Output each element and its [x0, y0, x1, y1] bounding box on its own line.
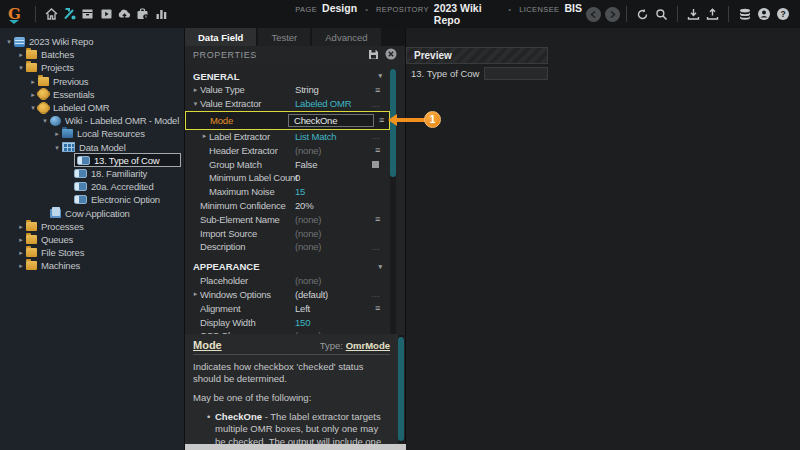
tab-advanced[interactable]: Advanced	[312, 28, 380, 46]
tree-item-content-model[interactable]: ▾Wiki - Labeled OMR - Model	[0, 114, 184, 127]
tree-item-familiarity[interactable]: 18. Familiarity	[0, 167, 184, 180]
tab-tester[interactable]: Tester	[258, 28, 310, 46]
menu-icon[interactable]: ≡	[375, 145, 380, 155]
ellipsis-icon[interactable]: …	[371, 99, 380, 109]
expander-open-icon[interactable]: ▾	[28, 101, 38, 114]
property-row-placeholder[interactable]: Placeholder(none)	[185, 274, 390, 288]
tree-item-labeled-omr[interactable]: ▾Labeled OMR	[0, 101, 184, 114]
section-appearance[interactable]: APPEARANCE ▾	[185, 260, 390, 274]
menu-icon[interactable]: ≡	[379, 115, 384, 125]
checkbox-icon[interactable]	[372, 161, 379, 168]
property-row-windows-options[interactable]: ▸Windows Options(default)…	[185, 288, 390, 302]
expander-closed-icon[interactable]: ▸	[28, 88, 38, 101]
stats-icon[interactable]	[152, 5, 170, 23]
grooper-logo[interactable]: G	[0, 5, 29, 24]
property-row-value-type[interactable]: ▸Value TypeString≡	[185, 83, 390, 97]
tree-item-local-resources[interactable]: ▸Local Resources	[0, 127, 184, 140]
property-row-alignment[interactable]: AlignmentLeft≡	[185, 301, 390, 315]
tree-item-previous[interactable]: ▸Previous	[0, 75, 184, 88]
preview-field-input[interactable]	[484, 67, 548, 80]
property-row-mode[interactable]: ModeCheckOne≡	[185, 111, 390, 130]
upload-icon[interactable]	[703, 5, 722, 23]
divider	[728, 6, 729, 22]
tree-item-queues[interactable]: ▸Queues	[0, 233, 184, 246]
expander-open-icon[interactable]: ▾	[4, 35, 14, 48]
property-row-maximum-noise[interactable]: Maximum Noise15	[185, 185, 390, 199]
forward-icon[interactable]	[605, 7, 620, 22]
tree-item-electronic-option[interactable]: Electronic Option	[0, 193, 184, 206]
help-icon[interactable]: ?	[773, 5, 792, 23]
preview-header: Preview	[406, 47, 548, 64]
expander-closed-icon[interactable]: ▸	[200, 132, 209, 140]
expander-closed-icon[interactable]: ▸	[28, 75, 38, 88]
tree-item-type-of-cow[interactable]: 13. Type of Cow	[0, 154, 184, 167]
save-icon[interactable]	[368, 49, 379, 62]
tab-data-field[interactable]: Data Field	[185, 28, 256, 46]
expander-open-icon[interactable]: ▾	[16, 61, 26, 74]
ellipsis-icon[interactable]: …	[371, 131, 380, 141]
expander-closed-icon[interactable]: ▸	[16, 246, 26, 259]
expander-closed-icon[interactable]: ▸	[191, 86, 200, 94]
download-icon[interactable]	[684, 5, 703, 23]
tree-item-processes[interactable]: ▸Processes	[0, 220, 184, 233]
back-icon[interactable]	[586, 7, 601, 22]
menu-icon[interactable]: ≡	[375, 214, 380, 224]
tree-item-cow-application[interactable]: Cow Application	[0, 206, 184, 219]
folder-icon	[26, 50, 37, 59]
expander-closed-icon[interactable]: ▸	[191, 290, 200, 298]
property-row-description[interactable]: Description(none)…	[185, 240, 390, 254]
user-icon[interactable]	[754, 5, 773, 23]
page-value[interactable]: Design	[322, 2, 357, 14]
help-horizontal-scrollbar[interactable]	[185, 444, 406, 450]
design-tools-icon[interactable]	[60, 5, 78, 23]
menu-icon[interactable]: ≡	[375, 303, 380, 313]
type-link[interactable]: OmrMode	[346, 340, 390, 351]
property-row-import-source[interactable]: Import Source(none)	[185, 226, 390, 240]
property-row-label-extractor[interactable]: ▸Label ExtractorList Match…	[185, 130, 390, 144]
section-general[interactable]: GENERAL ▾	[185, 69, 390, 83]
grid-scrollbar-track[interactable]	[390, 69, 396, 361]
help-scrollbar-thumb[interactable]	[398, 337, 404, 441]
tree-item-file-stores[interactable]: ▸File Stores	[0, 246, 184, 259]
refresh-icon[interactable]	[633, 5, 652, 23]
property-row-header-extractor[interactable]: Header Extractor(none)≡	[185, 143, 390, 157]
tree-item-projects[interactable]: ▾Projects	[0, 61, 184, 74]
property-row-group-match[interactable]: Group MatchFalse	[185, 157, 390, 171]
imports-icon[interactable]	[115, 5, 133, 23]
expander-closed-icon[interactable]: ▸	[16, 233, 26, 246]
expander-open-icon[interactable]: ▾	[191, 100, 200, 108]
expander-closed-icon[interactable]: ▸	[52, 127, 62, 140]
jobs-icon[interactable]	[134, 5, 152, 23]
help-title: Mode	[193, 339, 222, 351]
tree-item-repo[interactable]: ▾2023 Wiki Repo	[0, 35, 184, 48]
home-icon[interactable]	[42, 5, 60, 23]
tree-item-data-model[interactable]: ▾Data Model	[0, 141, 184, 154]
expander-closed-icon[interactable]: ▸	[16, 48, 26, 61]
tree-item-machines[interactable]: ▸Machines	[0, 259, 184, 272]
property-row-value-extractor[interactable]: ▾Value ExtractorLabeled OMR…	[185, 97, 390, 111]
close-icon[interactable]	[385, 48, 397, 62]
repository-value[interactable]: 2023 Wiki Repo	[434, 2, 501, 26]
tasks-icon[interactable]	[97, 5, 115, 23]
property-row-minimum-label-count[interactable]: Minimum Label Count0	[185, 171, 390, 185]
expander-closed-icon[interactable]: ▸	[16, 220, 26, 233]
expander-open-icon[interactable]: ▾	[52, 141, 62, 154]
search-icon[interactable]	[652, 5, 671, 23]
tree-item-accredited[interactable]: 20a. Accredited	[0, 180, 184, 193]
expander-open-icon[interactable]: ▾	[40, 114, 50, 127]
help-scrollbar-track[interactable]	[398, 335, 404, 443]
property-row-minimum-confidence[interactable]: Minimum Confidence20%	[185, 199, 390, 213]
database-icon[interactable]	[735, 5, 754, 23]
top-bar-actions: ?	[582, 5, 792, 23]
mode-dropdown[interactable]: CheckOne	[288, 114, 374, 127]
property-row-sub-element-name[interactable]: Sub-Element Name(none)≡	[185, 212, 390, 226]
expander-closed-icon[interactable]: ▸	[16, 259, 26, 272]
tree-item-essentials[interactable]: ▸Essentials	[0, 88, 184, 101]
tree-item-batches[interactable]: ▸Batches	[0, 48, 184, 61]
property-row-display-width[interactable]: Display Width150	[185, 315, 390, 329]
preview-field-row: 13. Type of Cow	[406, 66, 548, 80]
batches-icon[interactable]	[79, 5, 97, 23]
ellipsis-icon[interactable]: …	[371, 289, 380, 299]
menu-icon[interactable]: ≡	[375, 85, 380, 95]
ellipsis-icon[interactable]: …	[371, 242, 380, 252]
